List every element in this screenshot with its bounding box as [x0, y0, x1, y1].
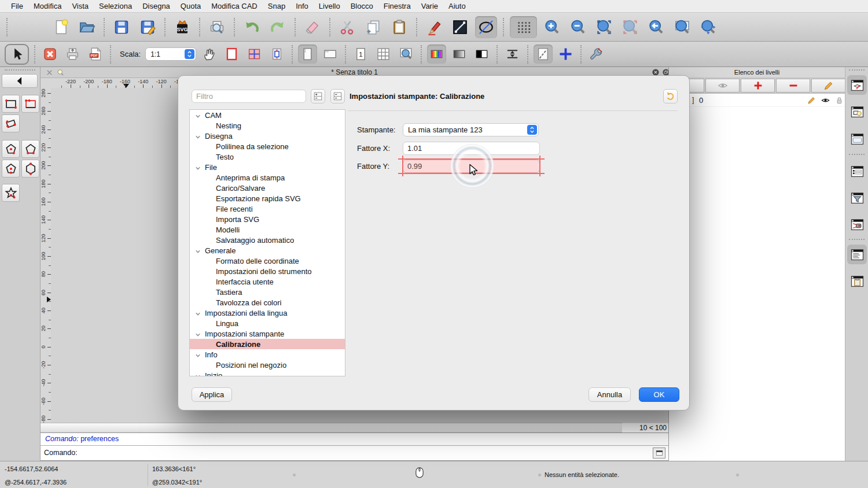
- layer-eye-icon[interactable]: [821, 95, 830, 105]
- zoom-fit-button[interactable]: [593, 16, 615, 38]
- paper-grid-button[interactable]: [245, 45, 264, 64]
- page-multi-button[interactable]: [374, 45, 393, 64]
- polygon-center-side-button[interactable]: [2, 160, 20, 178]
- tree-item-file-recenti[interactable]: File recenti: [190, 204, 345, 214]
- tree-item-modelli[interactable]: Modelli: [190, 224, 345, 235]
- ellipse-tool-button[interactable]: [475, 16, 497, 38]
- toolbar-grip[interactable]: [6, 18, 8, 36]
- rect-rotated-button[interactable]: [2, 114, 20, 132]
- zoom-selection-button[interactable]: [619, 16, 641, 38]
- menu-disegna[interactable]: Disegna: [137, 2, 175, 10]
- page-portrait-button[interactable]: [298, 45, 317, 64]
- menu-snap[interactable]: Snap: [263, 2, 290, 10]
- panel-view-button[interactable]: [847, 129, 867, 149]
- layer-add-button[interactable]: [741, 79, 775, 93]
- tree-item-polilinea-da-selezione[interactable]: Polilinea da selezione: [190, 141, 345, 151]
- open-folder-button[interactable]: [76, 16, 98, 38]
- tree-item-impostazioni-stampante[interactable]: Impostazioni stampante: [190, 328, 345, 339]
- tree-collapse-all-button[interactable]: [330, 89, 345, 103]
- menu-aiuto[interactable]: Aiuto: [443, 2, 471, 10]
- menu-modifica[interactable]: Modifica: [28, 2, 67, 10]
- chevron-down-icon[interactable]: [195, 164, 201, 170]
- color-blackwhite-button[interactable]: [472, 45, 491, 64]
- save-as-button[interactable]: [137, 16, 159, 38]
- draw-pencil-button[interactable]: [423, 16, 445, 38]
- zoom-out-button[interactable]: [567, 16, 589, 38]
- pdf-export-button[interactable]: PDF: [86, 45, 105, 64]
- tree-item-salvataggio-automatico[interactable]: Salvataggio automatico: [190, 235, 345, 245]
- toolbar-grip[interactable]: [5, 69, 35, 71]
- polygon-side-button[interactable]: [21, 140, 39, 158]
- tree-expand-all-button[interactable]: [311, 89, 325, 103]
- star-button[interactable]: [2, 184, 20, 202]
- tree-item-info[interactable]: Info: [190, 349, 345, 360]
- tree-item-carico-salvare[interactable]: Carico/Salvare: [190, 183, 345, 193]
- menu-quota[interactable]: Quota: [175, 2, 206, 10]
- layer-remove-button[interactable]: [776, 79, 810, 93]
- rect-2-corners-button[interactable]: [2, 95, 20, 113]
- chevron-down-icon[interactable]: [195, 331, 201, 337]
- menu-varie[interactable]: Varie: [416, 2, 443, 10]
- tree-item-impostazioni-della-lingua[interactable]: Impostazioni della lingua: [190, 308, 345, 318]
- page-single-button[interactable]: 1: [351, 45, 370, 64]
- cancel-button[interactable]: Annulla: [589, 387, 631, 402]
- paper-borders-button[interactable]: [222, 45, 241, 64]
- print-button[interactable]: [63, 45, 82, 64]
- horizontal-scrollbar[interactable]: [41, 423, 622, 432]
- undo-button[interactable]: [241, 16, 263, 38]
- chevron-down-icon[interactable]: [195, 133, 201, 139]
- eraser-button[interactable]: [301, 16, 323, 38]
- chevron-down-icon[interactable]: [195, 112, 201, 118]
- tree-item-importa-svg[interactable]: Importa SVG: [190, 214, 345, 224]
- chevron-down-icon[interactable]: [195, 352, 201, 357]
- panel-layers-button[interactable]: [847, 75, 867, 95]
- factor-y-input[interactable]: [403, 160, 540, 173]
- select-arrow-button[interactable]: [5, 44, 29, 65]
- ok-button[interactable]: OK: [639, 387, 679, 402]
- panel-clipboard-button[interactable]: [847, 271, 867, 291]
- tree-item-nesting[interactable]: Nesting: [190, 120, 345, 131]
- printer-dropdown[interactable]: La mia stampante 123: [403, 123, 539, 136]
- zoom-window-button[interactable]: [671, 16, 693, 38]
- close-drawing-button[interactable]: [41, 45, 60, 64]
- tree-item-testo[interactable]: Testo: [190, 151, 345, 162]
- reset-defaults-button[interactable]: [663, 89, 678, 103]
- chevron-down-icon[interactable]: [195, 372, 201, 376]
- page-landscape-button[interactable]: [321, 45, 340, 64]
- grid-toggle-button[interactable]: [510, 16, 537, 38]
- panel-filter-button[interactable]: [847, 188, 867, 208]
- tree-item-file[interactable]: File: [190, 162, 345, 172]
- zoom-page-button[interactable]: [396, 45, 415, 64]
- cut-button[interactable]: [336, 16, 358, 38]
- menu-livello[interactable]: Livello: [314, 2, 345, 10]
- tree-item-disegna[interactable]: Disegna: [190, 131, 345, 141]
- paste-button[interactable]: [388, 16, 410, 38]
- tree-item-generale[interactable]: Generale: [190, 245, 345, 256]
- layer-edit-button[interactable]: [811, 79, 845, 93]
- zoom-in-button[interactable]: [541, 16, 563, 38]
- tree-item-calibrazione[interactable]: Calibrazione: [190, 339, 345, 349]
- tree-item-interfaccia-utente[interactable]: Interfaccia utente: [190, 276, 345, 287]
- redo-button[interactable]: [267, 16, 289, 38]
- tree-item-formato-delle-coordinate[interactable]: Formato delle coordinate: [190, 256, 345, 266]
- tree-item-tavolozza-dei-colori[interactable]: Tavolozza dei colori: [190, 297, 345, 308]
- new-file-button[interactable]: [50, 16, 72, 38]
- copy-button[interactable]: [362, 16, 384, 38]
- tree-item-cam[interactable]: CAM: [190, 110, 345, 120]
- tree-item-impostazioni-dello-strumento[interactable]: Impostazioni dello strumento: [190, 266, 345, 276]
- zoom-previous-button[interactable]: [645, 16, 667, 38]
- menu-modifica-cad[interactable]: Modifica CAD: [206, 2, 262, 10]
- apply-button[interactable]: Applica: [192, 387, 232, 402]
- menu-seleziona[interactable]: Seleziona: [94, 2, 137, 10]
- tree-item-inizio[interactable]: Inizio: [190, 370, 345, 376]
- chevron-down-icon[interactable]: [195, 310, 201, 316]
- draft-mode-button[interactable]: [534, 45, 553, 64]
- print-preview-button[interactable]: [206, 16, 228, 38]
- menu-finestra[interactable]: Finestra: [378, 2, 416, 10]
- panel-blocks-button[interactable]: [847, 102, 867, 121]
- back-arrow-button[interactable]: [2, 74, 38, 88]
- fit-page-button[interactable]: [267, 45, 286, 64]
- tree-item-anteprima-di-stampa[interactable]: Anteprima di stampa: [190, 172, 345, 183]
- panel-command-button[interactable]: [847, 245, 867, 264]
- tree-item-esportazione-rapida-svg[interactable]: Esportazione rapida SVG: [190, 193, 345, 204]
